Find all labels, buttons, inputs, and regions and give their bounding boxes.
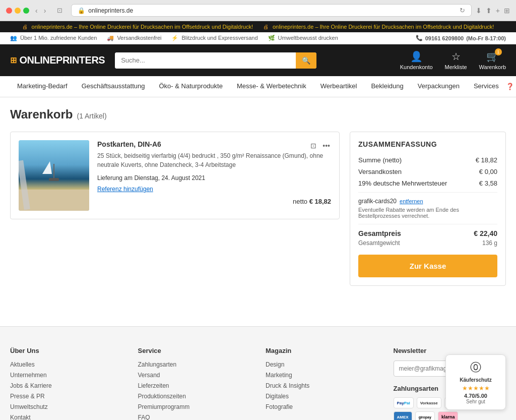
versand-value: € 0,00 [479,168,497,175]
footer-service: Service Zahlungsarten Versand Lieferzeit… [138,347,251,420]
cart-action[interactable]: 🛒 1 Warenkorb [479,50,506,70]
summary-weight-row: Gesamtgewicht 136 g [358,239,497,247]
summary-title: ZUSAMMENFASSUNG [358,140,497,148]
footer-link-produktionszeiten[interactable]: Produktionszeiten [138,393,186,400]
giropay-icon: giropay [415,411,435,420]
cart-item: Postkarten, DIN-A6 ⊡ ••• 25 Stück, beids… [10,132,340,219]
logo-text: ONLINEPRINTERS [20,54,105,66]
mwst-value: € 3,58 [479,179,497,187]
footer-link-premiumprogramm[interactable]: Premiumprogramm [138,403,190,410]
account-icon: 👤 [410,50,423,63]
footer-link-kontakt[interactable]: Kontakt [10,414,31,420]
versand-label: Versandkosten [358,168,402,175]
account-action[interactable]: 👤 Kundenkonto [400,50,433,70]
newsletter-title: Newsletter [394,347,506,354]
cart-item-actions: ⊡ ••• [309,140,331,151]
footer-link-zahlungsarten[interactable]: Zahlungsarten [138,361,177,368]
wishlist-action[interactable]: ☆ Merkliste [445,50,467,70]
copy-item-button[interactable]: ⊡ [309,140,317,151]
nav-item-services[interactable]: Services [467,76,506,97]
cart-item-ref-link[interactable]: Referenz hinzufügen [97,186,331,193]
download-icon[interactable]: ⬇ [476,7,482,15]
footer-link-fotografie[interactable]: Fotografie [266,403,293,410]
nav-help[interactable]: ❓ Hilfe [506,77,516,96]
refresh-icon[interactable]: ↻ [460,7,465,14]
summary-box: ZUSAMMENFASSUNG Summe (netto) € 18,82 Ve… [350,132,506,286]
fullscreen-dot[interactable] [23,8,29,14]
footer-link-unternehmen[interactable]: Unternehmen [10,372,47,379]
site-footer: Über Uns Aktuelles Unternehmen Jobs & Ka… [0,326,516,420]
checkout-button[interactable]: Zur Kasse [358,255,497,277]
cart-item-details: Postkarten, DIN-A6 ⊡ ••• 25 Stück, beids… [97,140,331,211]
search-button[interactable]: 🔍 [296,52,316,69]
extensions-icon[interactable]: ⊞ [504,7,510,15]
cart-item-delivery: Lieferung am Dienstag, 24. August 2021 [97,174,331,182]
footer-link-marketing[interactable]: Marketing [266,372,292,379]
trust-badge-title: Käuferschutz [451,377,500,383]
cart-label: Warenkorb [479,64,506,70]
footer-link-design[interactable]: Design [266,361,284,368]
nav-item-werbeartikel[interactable]: Werbeartikel [313,76,364,97]
trust-bar: 👥 Über 1 Mio. zufriedene Kunden 🚚 Versan… [0,32,516,44]
footer-service-list: Zahlungsarten Versand Lieferzeiten Produ… [138,361,251,420]
page-title: Warenkorb (1 Artikel) [10,107,506,122]
trust-item-4: 🌿 Umweltbewusst drucken [268,35,338,41]
summary-divider-2 [358,224,497,224]
footer-link-lieferzeiten[interactable]: Lieferzeiten [138,382,169,389]
klarna-icon: klarna [438,411,459,420]
share-icon[interactable]: ⬆ [486,7,492,15]
cart-item-description: 25 Stück, beidseitig vierfarbig (4/4) be… [97,151,331,169]
summary-versand-row: Versandkosten € 0,00 [358,168,497,175]
site-logo[interactable]: ⊞ ONLINEPRINTERS [10,54,105,66]
new-tab-icon[interactable]: + [496,7,500,15]
more-options-button[interactable]: ••• [321,140,331,151]
nav-item-bekleidung[interactable]: Bekleidung [364,76,410,97]
footer-link-presse[interactable]: Presse & PR [10,393,45,400]
nav-item-messe[interactable]: Messe- & Werbetechnik [230,76,313,97]
back-button[interactable]: ‹ [33,6,40,16]
wishlist-icon: ☆ [452,50,461,63]
cart-badge: 1 [495,48,502,55]
footer-link-druck[interactable]: Druck & Insights [266,382,309,389]
nav-items: Marketing-Bedarf Geschäftsausstattung Ök… [10,76,506,97]
trust-desc: Sehr gut [451,399,500,404]
coupon-row: grafik-cards20 entfernen [358,198,497,205]
trust-phone: 📞 09161 6209800 (Mo-Fr 8-17:00) [416,35,506,41]
footer-link-umweltschutz[interactable]: Umweltschutz [10,403,48,410]
mwst-label: 19% deutsche Mehrwertsteuer [358,179,447,187]
footer-magazin: Magazin Design Marketing Druck & Insight… [266,347,378,420]
cart-item-top: Postkarten, DIN-A6 ⊡ ••• [97,140,331,151]
browser-actions: ⬇ ⬆ + ⊞ [476,7,510,15]
footer-link-aktuelles[interactable]: Aktuelles [10,361,35,368]
footer-link-jobs[interactable]: Jobs & Karriere [10,382,52,389]
summary-summe-row: Summe (netto) € 18,82 [358,156,497,164]
vorkasse-icon: Vorkasse [417,397,441,408]
trust-badge: ⓪ Käuferschutz ★★★★★ 4.70/5.00 Sehr gut [445,354,506,410]
summary-mwst-row: 19% deutsche Mehrwertsteuer € 3,58 [358,179,497,187]
footer-uber-uns: Über Uns Aktuelles Unternehmen Jobs & Ka… [10,347,123,420]
footer-uber-uns-title: Über Uns [10,347,123,354]
nav-item-marketing[interactable]: Marketing-Bedarf [10,76,75,97]
footer-link-digitales[interactable]: Digitales [266,393,289,400]
amex-icon: AMEX [394,411,412,420]
forward-button[interactable]: › [42,6,48,16]
close-dot[interactable] [6,8,12,14]
browser-chrome: ‹ › ⊡ 🔒 onlineprinters.de ↻ ⬇ ⬆ + ⊞ [0,0,516,21]
summary-total-row: Gesamtpreis € 22,40 [358,229,497,237]
url-bar[interactable]: 🔒 onlineprinters.de ↻ [71,4,471,17]
footer-link-faq[interactable]: FAQ [138,414,150,420]
url-text: onlineprinters.de [88,7,133,14]
nav-item-geschaeft[interactable]: Geschäftsausstattung [75,76,152,97]
summe-value: € 18,82 [476,156,497,164]
nav-item-verpackungen[interactable]: Verpackungen [411,76,467,97]
nav-item-oeko[interactable]: Öko- & Naturprodukte [152,76,229,97]
coupon-remove-link[interactable]: entfernen [400,198,423,204]
search-input[interactable] [115,52,296,69]
minimize-dot[interactable] [15,8,21,14]
ad-banner: 🖨 onlineprinters.de – Ihre Online Drucke… [0,21,516,32]
coupon-code: grafik-cards20 [358,198,397,205]
account-label: Kundenkonto [400,64,433,70]
footer-link-versand[interactable]: Versand [138,372,160,379]
wishlist-label: Merkliste [445,64,467,70]
cart-item-title: Postkarten, DIN-A6 [97,140,161,148]
